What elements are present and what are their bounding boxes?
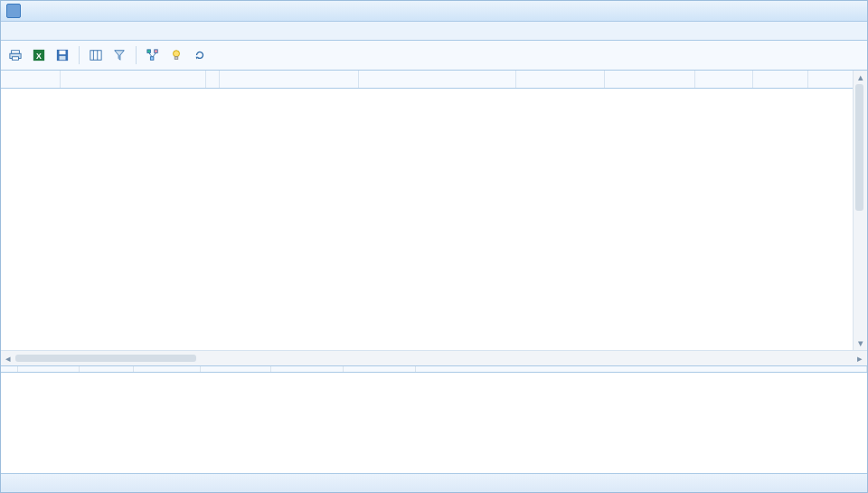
window-controls (815, 4, 863, 16)
scroll-up-arrow-icon[interactable]: ▴ (854, 71, 867, 84)
svg-rect-14 (150, 57, 154, 61)
col-object-header[interactable] (61, 71, 206, 89)
close-button[interactable] (851, 4, 863, 16)
save-button[interactable] (52, 44, 73, 66)
columns-button[interactable] (85, 44, 107, 66)
svg-line-16 (153, 52, 156, 56)
files-pane (1, 365, 867, 473)
refresh-button[interactable] (189, 44, 211, 66)
files-header-row[interactable] (1, 366, 867, 373)
toolbar-separator (79, 46, 80, 64)
main-grid-pane: ▴ ▾ ◂ ▸ (1, 71, 867, 473)
col-name-header[interactable] (358, 71, 515, 89)
tree-icon (146, 49, 159, 62)
refresh-icon (193, 49, 206, 62)
app-window: X (0, 0, 868, 493)
svg-rect-12 (147, 50, 151, 53)
col-user-header[interactable] (604, 71, 695, 89)
main-grid[interactable]: ▴ ▾ (1, 71, 867, 350)
svg-rect-13 (155, 50, 158, 53)
col-assets-header[interactable] (343, 366, 415, 373)
svg-marker-11 (115, 51, 125, 61)
svg-text:X: X (36, 52, 42, 61)
printer-icon (9, 49, 22, 62)
hscroll-track[interactable] (15, 353, 853, 364)
funnel-icon (113, 49, 126, 62)
col-fileuser-header[interactable] (79, 366, 133, 373)
scroll-track[interactable] (854, 84, 867, 337)
restore-button[interactable] (833, 4, 845, 16)
scroll-down-arrow-icon[interactable]: ▾ (854, 337, 867, 350)
statusbar (1, 473, 867, 492)
svg-rect-18 (175, 57, 178, 60)
col-note-header[interactable] (415, 366, 867, 373)
export-excel-button[interactable]: X (28, 44, 50, 66)
filter-button[interactable] (108, 44, 130, 66)
columns-icon (90, 49, 102, 62)
scroll-left-arrow-icon[interactable]: ◂ (1, 351, 15, 365)
menu-edit[interactable] (23, 28, 41, 33)
col-exported-header[interactable] (200, 366, 270, 373)
print-button[interactable] (5, 44, 26, 66)
titlebar (1, 1, 867, 22)
hscroll-thumb[interactable] (15, 355, 196, 362)
svg-rect-8 (90, 51, 101, 61)
scroll-right-arrow-icon[interactable]: ▸ (853, 351, 867, 365)
main-table[interactable] (1, 71, 867, 89)
svg-rect-0 (12, 51, 20, 54)
col-err-header[interactable] (206, 71, 219, 89)
toolbar-separator (136, 46, 137, 64)
svg-rect-2 (13, 57, 19, 61)
bulb-icon (170, 49, 183, 62)
col-center-header[interactable] (752, 71, 808, 89)
svg-rect-7 (60, 56, 66, 60)
svg-point-17 (174, 51, 180, 57)
col-imported-header[interactable] (270, 366, 343, 373)
minimize-button[interactable] (815, 4, 827, 16)
highlight-button[interactable] (165, 44, 187, 66)
main-header-row[interactable] (1, 71, 867, 89)
menubar (1, 22, 867, 41)
col-created-header[interactable] (133, 366, 200, 373)
toolbar: X (1, 41, 867, 71)
col-filename-header[interactable] (17, 366, 79, 373)
app-icon (6, 4, 21, 18)
excel-icon: X (33, 49, 45, 62)
col-serial-header[interactable] (516, 71, 604, 89)
col-idx-header[interactable] (1, 366, 17, 373)
col-errmsg-header[interactable] (219, 71, 358, 89)
menu-view[interactable] (41, 28, 59, 33)
col-kind-header[interactable] (1, 71, 61, 89)
tree-view-button[interactable] (142, 44, 164, 66)
vertical-scrollbar[interactable]: ▴ ▾ (853, 71, 867, 350)
floppy-icon (56, 49, 69, 62)
files-table[interactable] (1, 366, 867, 373)
col-userpersonal-header[interactable] (695, 71, 753, 89)
menu-actions[interactable] (59, 28, 77, 33)
menu-file[interactable] (5, 28, 23, 33)
svg-rect-6 (60, 51, 66, 54)
scroll-thumb[interactable] (855, 84, 863, 211)
horizontal-scrollbar[interactable]: ◂ ▸ (1, 350, 867, 365)
svg-line-15 (149, 52, 153, 56)
